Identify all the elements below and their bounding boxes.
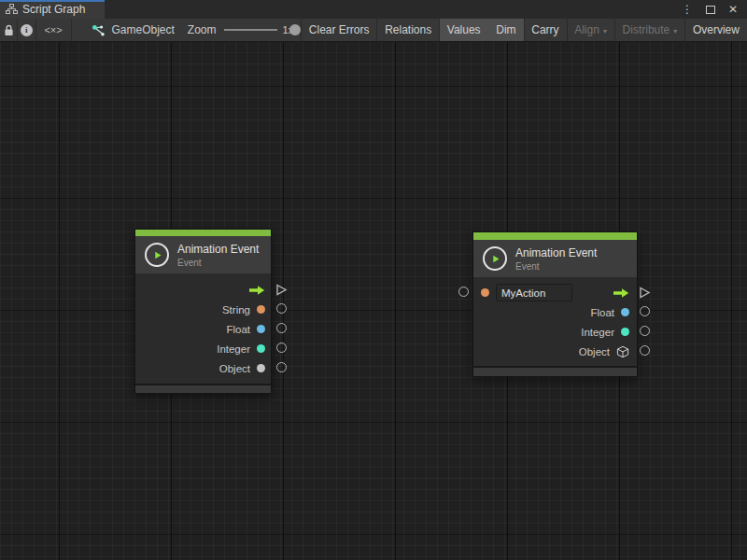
distribute-dropdown[interactable]: Distribute ▾ — [615, 19, 685, 41]
flow-output-row[interactable] — [135, 280, 271, 300]
align-label: Align — [574, 23, 599, 36]
carry-toggle[interactable]: Carry — [524, 19, 566, 41]
port-label: Integer — [581, 327, 614, 338]
port-row-string[interactable]: String — [135, 300, 271, 319]
graph-target[interactable]: GameObject — [92, 19, 174, 41]
zoom-label: Zoom — [188, 23, 217, 36]
port-row-float[interactable]: Float — [473, 302, 637, 322]
inspect-button[interactable]: i — [18, 19, 35, 41]
code-preview-button[interactable]: <×> — [35, 19, 71, 41]
flow-output-connector[interactable] — [275, 283, 288, 300]
port-label: String — [222, 304, 250, 315]
float-port-icon — [257, 325, 265, 333]
distribute-label: Distribute — [623, 23, 670, 36]
port-label: Float — [590, 307, 614, 318]
node-header[interactable]: Animation Event Event — [135, 236, 271, 273]
script-graph-icon — [6, 4, 18, 15]
node-footer — [473, 366, 637, 376]
graph-toolbar: i <×> GameObject Zoom 1x Clear Errors Re… — [0, 19, 747, 42]
string-input-port-icon — [481, 288, 489, 297]
port-row-object[interactable]: Object — [135, 358, 271, 378]
node-accent-bar — [473, 232, 637, 240]
integer-port-icon — [621, 328, 629, 336]
flow-arrow-icon — [249, 285, 265, 296]
align-dropdown[interactable]: Align ▾ — [567, 19, 614, 41]
node-title: Animation Event — [515, 246, 597, 259]
float-output-connector[interactable] — [276, 323, 287, 333]
port-label: Object — [579, 346, 610, 357]
float-output-connector[interactable] — [640, 306, 650, 316]
node-subtitle: Event — [515, 261, 597, 272]
node-box[interactable]: Animation Event Event String Float — [134, 229, 272, 394]
zoom-slider-handle[interactable] — [289, 24, 301, 35]
window-controls: ⋮ ✕ — [682, 0, 747, 19]
event-name-input-row[interactable] — [473, 283, 637, 302]
object-output-connector[interactable] — [640, 345, 650, 356]
dim-toggle[interactable]: Dim — [488, 19, 523, 41]
graph-canvas[interactable]: Animation Event Event String Float — [0, 42, 747, 560]
zoom-slider[interactable] — [224, 29, 277, 31]
lock-button[interactable] — [0, 19, 17, 41]
active-tab-accent — [0, 0, 105, 2]
info-icon: i — [21, 24, 33, 36]
integer-port-icon — [257, 344, 265, 353]
tab-bar: Script Graph ⋮ ✕ — [0, 0, 747, 19]
close-icon[interactable]: ✕ — [728, 3, 738, 16]
port-label: Integer — [217, 343, 250, 355]
node-subtitle: Event — [177, 258, 259, 268]
toolbar-separator — [71, 19, 72, 41]
flow-output-connector[interactable] — [639, 286, 651, 302]
lock-icon — [4, 24, 14, 36]
values-toggle[interactable]: Values — [440, 19, 488, 41]
clear-errors-button[interactable]: Clear Errors — [302, 19, 377, 41]
node-accent-bar — [135, 230, 271, 236]
node-animation-event-1: Animation Event Event String Float — [134, 229, 272, 394]
node-body: String Float Integer Object — [135, 273, 271, 384]
node-box[interactable]: Animation Event Event Float — [472, 231, 638, 377]
event-play-icon — [145, 243, 169, 267]
graph-target-label: GameObject — [111, 23, 174, 36]
integer-output-connector[interactable] — [640, 326, 650, 336]
chevron-down-icon: ▾ — [603, 27, 607, 35]
overview-button[interactable]: Overview — [685, 19, 747, 41]
object-port-icon — [257, 364, 265, 372]
port-label: Float — [226, 324, 250, 335]
string-port-icon — [257, 305, 265, 314]
port-row-float[interactable]: Float — [135, 319, 271, 339]
object-output-connector[interactable] — [276, 362, 287, 372]
string-output-connector[interactable] — [276, 303, 287, 314]
event-play-icon — [483, 246, 507, 271]
integer-output-connector[interactable] — [276, 343, 287, 353]
maximize-icon[interactable] — [706, 6, 715, 14]
port-label: Object — [219, 363, 250, 374]
node-animation-event-2: Animation Event Event Float — [472, 231, 638, 377]
tab-title: Script Graph — [22, 3, 85, 16]
event-name-field[interactable] — [496, 284, 572, 301]
flow-arrow-icon — [613, 287, 629, 299]
tab-script-graph[interactable]: Script Graph — [0, 0, 105, 19]
node-body: Float Integer Object — [473, 277, 637, 366]
float-port-icon — [621, 308, 629, 316]
relations-button[interactable]: Relations — [377, 19, 439, 41]
game-object-icon — [92, 24, 106, 36]
port-row-object[interactable]: Object — [473, 342, 637, 361]
name-input-connector[interactable] — [458, 287, 469, 297]
node-title: Animation Event — [177, 243, 259, 256]
chevron-down-icon: ▾ — [673, 27, 677, 35]
node-header[interactable]: Animation Event Event — [473, 240, 637, 277]
window-menu-icon[interactable]: ⋮ — [682, 3, 693, 16]
tab-bar-spacer — [105, 0, 682, 19]
cube-icon — [616, 345, 629, 358]
code-icon: <×> — [44, 24, 62, 35]
port-row-integer[interactable]: Integer — [473, 322, 637, 342]
port-row-integer[interactable]: Integer — [135, 339, 271, 358]
node-footer — [135, 384, 271, 393]
